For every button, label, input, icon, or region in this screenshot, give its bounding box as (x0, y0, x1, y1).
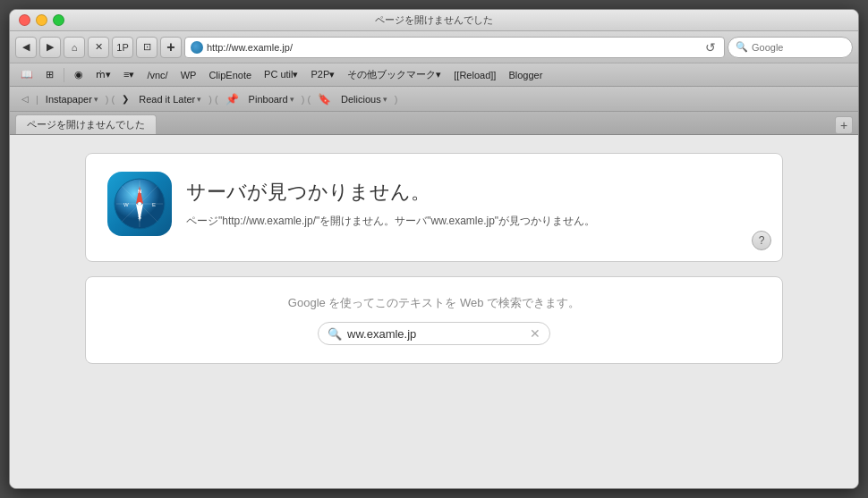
ext-read-it-later[interactable]: Read it Later ▾ (134, 92, 206, 106)
search-mag-icon: 🔍 (328, 327, 342, 341)
ext-nav-arrow[interactable]: ◁ (17, 92, 33, 106)
ext-pin-icon: 📌 (221, 91, 243, 107)
bookmark-p2p[interactable]: P2P▾ (306, 67, 341, 82)
new-tab-button[interactable]: + (835, 116, 853, 134)
back-button[interactable]: ◀ (15, 37, 37, 58)
bookmark-lines[interactable]: ≡▾ (118, 67, 140, 82)
bookmark-pcutil[interactable]: PC util▾ (259, 67, 303, 82)
svg-text:N: N (138, 189, 141, 194)
search-icon: 🔍 (736, 41, 748, 53)
bookmarks-bar: 📖 ⊞ ◉ ṁ▾ ≡▾ /vnc/ WP ClipEnote PC util▾ … (10, 63, 858, 87)
google-search-input[interactable] (347, 327, 524, 341)
ext-separator-1: | (34, 94, 40, 105)
error-description: ページ"http://ww.examle.jp/"を開けません。サーバ"ww.e… (186, 213, 595, 229)
close-button[interactable] (19, 14, 30, 26)
svg-text:S: S (138, 215, 141, 220)
ext-delicious-icon: 🔖 (313, 91, 336, 107)
ext-separator-5: ) (393, 94, 400, 105)
bookmark-other[interactable]: その他ブックマーク▾ (342, 66, 447, 83)
tab-label: ページを開けませんでした (27, 118, 145, 131)
help-button[interactable]: ? (752, 231, 771, 250)
bookmark-grid[interactable]: ⊞ (40, 67, 59, 82)
bookmark-m[interactable]: ṁ▾ (90, 67, 116, 82)
error-header: N S E W サーバが見つかりません。 ページ"http://ww.examl… (107, 172, 761, 236)
ext-pinboard[interactable]: Pinboard ▾ (244, 92, 299, 106)
svg-text:E: E (152, 202, 156, 207)
error-text-block: サーバが見つかりません。 ページ"http://ww.examle.jp/"を開… (186, 172, 595, 229)
ext-separator-4: ) ( (300, 94, 312, 105)
stop-button[interactable]: ✕ (88, 37, 109, 58)
tab-error[interactable]: ページを開けませんでした (15, 114, 157, 134)
ext-delicious[interactable]: Delicious ▾ (336, 92, 392, 106)
globe-icon (191, 41, 203, 54)
toolbar: ◀ ▶ ⌂ ✕ 1P ⊡ + ↺ 🔍 (10, 31, 858, 63)
bookmark-vnc[interactable]: /vnc/ (141, 68, 173, 82)
bookmark-apple[interactable]: ◉ (69, 67, 89, 82)
google-search-wrapper: 🔍 ✕ (318, 322, 550, 345)
bookmark-blogger[interactable]: Blogger (503, 68, 548, 82)
svg-text:W: W (123, 202, 129, 207)
ext-chevron[interactable]: ❯ (117, 92, 133, 106)
search-input[interactable] (752, 42, 845, 53)
ext-separator-3: ) ( (207, 94, 219, 105)
browser-window: ページを開けませんでした ◀ ▶ ⌂ ✕ 1P ⊡ + ↺ 🔍 📖 ⊞ ◉ ṁ▾… (9, 9, 859, 489)
share-button[interactable]: 1P (112, 37, 133, 58)
forward-button[interactable]: ▶ (39, 37, 61, 58)
svg-point-7 (138, 202, 141, 206)
safari-icon: N S E W (107, 172, 172, 236)
error-title: サーバが見つかりません。 (186, 179, 595, 206)
search-card: Google を使ってこのテキストを Web で検索できます。 🔍 ✕ (85, 276, 783, 364)
bookmark-clipenote[interactable]: ClipEnote (203, 68, 257, 82)
extensions-bar: ◁ | Instapaper ▾ ) ( ❯ Read it Later ▾ )… (10, 87, 858, 112)
content-area: N S E W サーバが見つかりません。 ページ"http://ww.examl… (10, 135, 858, 488)
minimize-button[interactable] (36, 14, 47, 26)
maximize-button[interactable] (53, 14, 64, 26)
bookmark-wp[interactable]: WP (175, 68, 202, 82)
reader-button[interactable]: ⊡ (136, 37, 157, 58)
bookmark-reading-list[interactable]: 📖 (15, 67, 38, 82)
url-input[interactable] (207, 42, 699, 53)
traffic-lights (19, 14, 64, 26)
window-title: ページを開けませんでした (375, 13, 493, 27)
ext-separator-2: ) ( (104, 94, 116, 105)
bookmark-reload[interactable]: [[Reload]] (448, 68, 501, 82)
home-button[interactable]: ⌂ (64, 37, 85, 58)
title-bar: ページを開けませんでした (10, 10, 858, 31)
toolbar-search: 🔍 (728, 37, 853, 58)
search-hint: Google を使ってこのテキストを Web で検索できます。 (288, 295, 580, 311)
error-card: N S E W サーバが見つかりません。 ページ"http://ww.examl… (85, 153, 783, 262)
tab-bar: ページを開けませんでした + (10, 112, 858, 135)
address-bar: ↺ (184, 37, 725, 58)
add-tab-button[interactable]: + (160, 37, 182, 58)
ext-instapaper[interactable]: Instapaper ▾ (41, 92, 103, 106)
search-clear-button[interactable]: ✕ (530, 326, 540, 341)
refresh-button[interactable]: ↺ (702, 40, 719, 55)
